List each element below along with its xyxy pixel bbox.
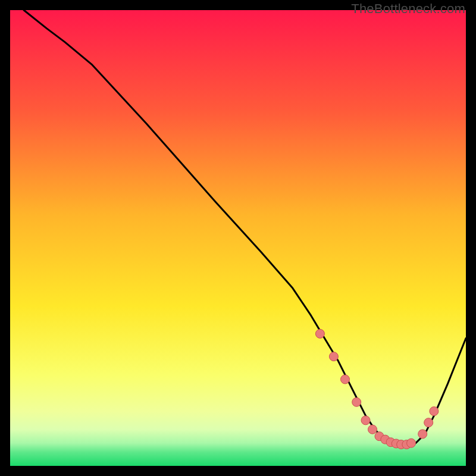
curve-marker <box>430 407 439 416</box>
curve-marker <box>407 439 416 447</box>
curve-marker <box>341 375 350 384</box>
curve-marker <box>361 416 370 425</box>
curve-marker <box>418 430 427 439</box>
attribution-label: TheBottleneck.com <box>351 1 465 17</box>
curve-marker <box>352 397 361 406</box>
curve-marker <box>368 425 377 434</box>
chart-svg <box>10 10 466 466</box>
curve-marker <box>424 418 433 427</box>
plot-frame <box>10 10 466 466</box>
curve-marker <box>315 329 324 338</box>
bottleneck-curve <box>24 10 466 446</box>
curve-marker <box>329 352 338 361</box>
